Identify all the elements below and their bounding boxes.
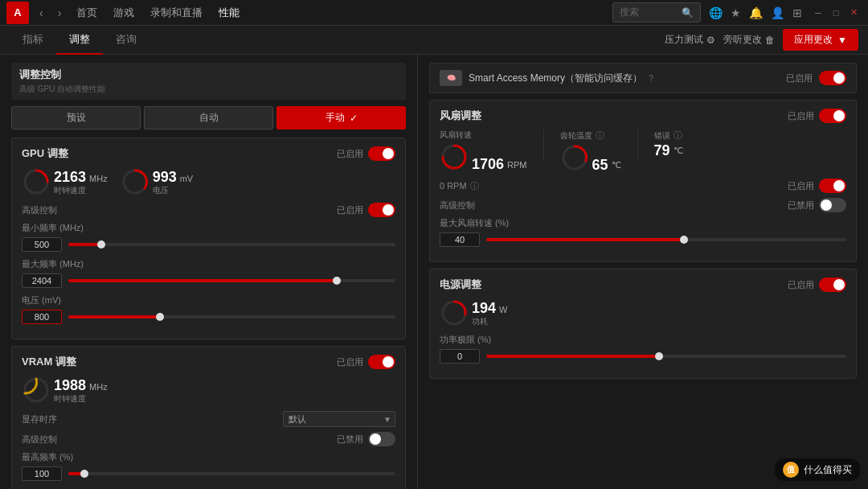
star-icon[interactable]: ★: [731, 6, 741, 19]
search-box[interactable]: 搜索 🔍: [612, 2, 701, 23]
gpu-advanced-status: 已启用: [337, 204, 363, 216]
gpu-voltage-mv-section: 电压 (mV): [22, 294, 395, 324]
titlebar-left: A ‹ › 首页 游戏 录制和直播 性能: [6, 2, 244, 24]
power-limit-track[interactable]: [486, 355, 846, 358]
gpu-max-freq-thumb[interactable]: [333, 277, 341, 285]
gpu-voltage-circle: [121, 167, 149, 196]
gpu-clock-value: 2163: [54, 170, 86, 184]
preset-auto-btn[interactable]: 自动: [144, 106, 273, 129]
checkmark-icon: ✓: [350, 113, 358, 124]
nav-home[interactable]: 首页: [72, 4, 102, 22]
gpu-voltage-mv-input[interactable]: [22, 310, 62, 324]
left-panel: 调整控制 高级 GPU 自动调整性能 预设 自动 手动 ✓ GPU 调整 已启用: [0, 55, 418, 489]
sam-info-icon[interactable]: ?: [649, 73, 653, 83]
gpu-advanced-row: 高级控制 已启用: [22, 203, 395, 217]
tab-consult[interactable]: 咨询: [103, 26, 149, 55]
nav-back-btn[interactable]: ‹: [35, 5, 47, 21]
vram-clock-circle: [22, 376, 51, 405]
tab-tune[interactable]: 调整: [56, 26, 103, 55]
user-icon[interactable]: 👤: [771, 6, 784, 19]
power-unit: W: [499, 305, 507, 314]
power-title: 电源调整: [440, 277, 481, 292]
fan-voltage-info-icon[interactable]: ⓘ: [674, 129, 682, 142]
nav-fwd-btn[interactable]: ›: [54, 5, 66, 21]
fan-speed-label: 风扇转速: [440, 129, 527, 141]
fan-temp-info-icon[interactable]: ⓘ: [596, 129, 604, 142]
gpu-voltage-mv-track[interactable]: [68, 315, 395, 318]
gpu-voltage-mv-thumb[interactable]: [156, 313, 164, 321]
nav-perf[interactable]: 性能: [214, 4, 244, 22]
vram-advanced-toggle[interactable]: [368, 432, 395, 446]
fan-advanced-toggle[interactable]: [819, 198, 846, 212]
sam-label: Smart Access Memory（智能访问缓存）: [469, 72, 642, 85]
vram-clock-value: 1988: [54, 378, 86, 392]
fan-temp-circle: [560, 143, 589, 172]
close-btn[interactable]: ✕: [845, 5, 862, 21]
export-icon: 🗑: [765, 35, 775, 46]
gpu-min-freq-track[interactable]: [68, 243, 395, 246]
fan-max-speed-input[interactable]: [440, 232, 480, 247]
vram-card-header: VRAM 调整 已启用: [22, 355, 395, 369]
fan-voltage-val-row: 79 ℃: [654, 143, 683, 158]
maximize-btn[interactable]: □: [828, 5, 844, 21]
fan-speed-circle: [440, 142, 469, 171]
power-toggle[interactable]: [819, 277, 846, 292]
fan-max-speed-track[interactable]: [486, 238, 846, 241]
vram-timing-select[interactable]: 默认: [283, 411, 395, 427]
search-placeholder: 搜索: [620, 6, 639, 19]
apply-button[interactable]: 应用更改 ▼: [783, 29, 858, 51]
vram-max-freq-track[interactable]: [68, 472, 395, 475]
vram-advanced-row: 高级控制 已禁用: [22, 432, 395, 446]
nav-record[interactable]: 录制和直播: [145, 4, 207, 22]
gpu-title: GPU 调整: [22, 146, 68, 161]
sam-toggle[interactable]: [819, 71, 846, 85]
gpu-max-freq-track[interactable]: [68, 279, 395, 282]
fan-toggle[interactable]: [819, 109, 846, 123]
vram-gauges: 1988 MHz 时钟速度: [22, 376, 395, 405]
vram-toggle[interactable]: [368, 355, 395, 369]
gpu-voltage-label: 电压: [153, 185, 194, 196]
gpu-gauges: 2163 MHz 时钟速度 99: [22, 167, 395, 196]
fan-zero-rpm-toggle[interactable]: [819, 179, 846, 193]
search-icon: 🔍: [682, 7, 694, 18]
fan-max-speed-fill: [486, 238, 684, 241]
gpu-min-freq-input[interactable]: [22, 237, 62, 252]
gpu-toggle[interactable]: [368, 146, 395, 161]
grid-icon[interactable]: ⊞: [792, 6, 802, 19]
tune-control-title: 调整控制: [19, 68, 61, 82]
vram-clock-gauge: 1988 MHz 时钟速度: [22, 376, 108, 405]
power-limit-thumb[interactable]: [655, 352, 663, 360]
gpu-max-freq-fill: [68, 279, 337, 282]
vram-timing-select-wrapper: 默认 ▼: [283, 411, 395, 427]
gpu-min-freq-thumb[interactable]: [97, 240, 105, 249]
minimize-btn[interactable]: ─: [810, 5, 826, 21]
gpu-clock-value-block: 2163 MHz 时钟速度: [54, 170, 108, 196]
gpu-max-freq-input[interactable]: [22, 273, 62, 288]
tab-metrics[interactable]: 指标: [10, 26, 56, 55]
power-limit-input[interactable]: [440, 349, 480, 364]
fan-advanced-status: 已禁用: [788, 199, 814, 212]
fan-max-speed-thumb[interactable]: [680, 236, 688, 244]
power-limit-fill: [486, 355, 659, 358]
preset-default-btn[interactable]: 预设: [11, 106, 141, 129]
stress-test-link[interactable]: 压力测试 ⚙: [665, 33, 715, 47]
right-panel: 🧠 Smart Access Memory（智能访问缓存） ? 已启用 风扇调整…: [418, 55, 868, 489]
export-link[interactable]: 旁听更改 🗑: [723, 33, 775, 47]
gpu-clock-circle: [22, 167, 51, 196]
vram-max-freq-thumb[interactable]: [80, 470, 88, 478]
gpu-min-freq-label: 最小频率 (MHz): [22, 222, 395, 234]
apply-label: 应用更改: [794, 33, 833, 47]
vram-max-freq-input[interactable]: [22, 466, 62, 481]
gpu-max-freq-row: [22, 273, 395, 288]
preset-manual-btn[interactable]: 手动 ✓: [276, 106, 406, 129]
gpu-clock-unit: MHz: [89, 174, 108, 183]
gpu-voltage-value: 993: [153, 170, 177, 184]
globe-icon[interactable]: 🌐: [709, 6, 723, 19]
bell-icon[interactable]: 🔔: [749, 6, 763, 19]
fan-card-header: 风扇调整 已启用: [440, 109, 846, 123]
nav-game[interactable]: 游戏: [108, 4, 139, 22]
gpu-advanced-toggle[interactable]: [368, 203, 395, 217]
watermark-text: 什么值得买: [804, 463, 852, 477]
fan-gauges-row: 风扇转速 1706 RPM: [440, 129, 846, 172]
fan-zero-rpm-info-icon[interactable]: ⓘ: [470, 180, 479, 192]
